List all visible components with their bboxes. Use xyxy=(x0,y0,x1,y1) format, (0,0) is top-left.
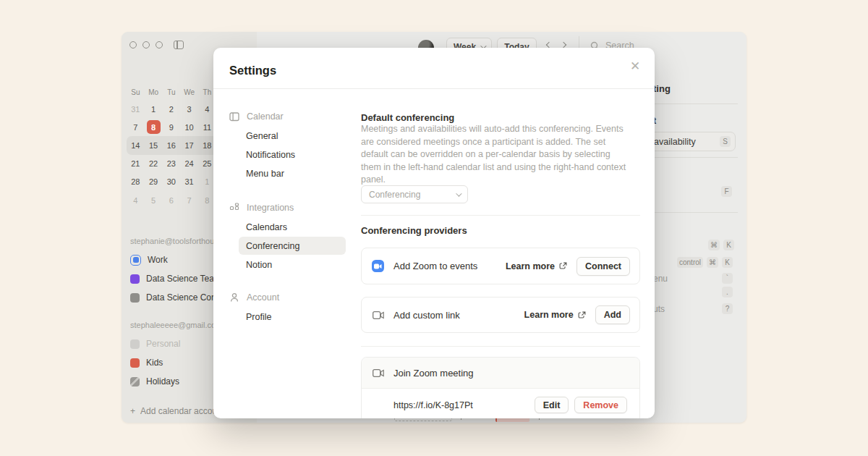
edit-button[interactable]: Edit xyxy=(535,397,569,413)
calendar-name: Data Science Core xyxy=(146,292,219,303)
mini-calendar-day[interactable]: 9 xyxy=(163,118,181,136)
calendar-name: Personal xyxy=(146,339,180,349)
external-link-icon xyxy=(559,262,567,270)
mini-calendar-day[interactable]: 10 xyxy=(180,118,198,136)
chevron-right-icon xyxy=(561,42,566,48)
settings-title: Settings xyxy=(229,64,276,77)
calendar-list-item[interactable]: Personal xyxy=(130,337,180,350)
nav-item-calendars[interactable]: Calendars xyxy=(246,222,287,232)
mini-calendar-day[interactable]: 15 xyxy=(145,136,163,154)
integrations-icon xyxy=(229,203,239,213)
mini-calendar-day[interactable]: 6 xyxy=(163,191,181,209)
mini-calendar-day[interactable]: 4 xyxy=(127,191,145,209)
mini-calendar-day[interactable]: 2 xyxy=(163,100,181,118)
custom-learn-more-link[interactable]: Learn more xyxy=(524,310,586,320)
nav-item-notifications[interactable]: Notifications xyxy=(246,150,295,160)
window-control-minimize-icon[interactable] xyxy=(142,41,150,48)
video-camera-icon xyxy=(372,309,384,321)
shortcut-row: . xyxy=(722,287,733,297)
mini-calendar-day[interactable]: 22 xyxy=(145,155,163,173)
window-control-close-icon[interactable] xyxy=(129,41,137,48)
calendar-name: Kids xyxy=(146,358,163,368)
video-camera-icon xyxy=(372,367,384,379)
default-conferencing-description: Meetings and availabilities will auto-ad… xyxy=(361,123,631,187)
mini-calendar-today[interactable]: 8 xyxy=(145,118,163,136)
mini-calendar-day[interactable]: 24 xyxy=(180,155,198,173)
mini-calendar-day[interactable]: 7 xyxy=(127,118,145,136)
calendar-color-swatch xyxy=(130,358,140,368)
settings-modal: Settings ✕ Calendar General Notification… xyxy=(213,48,655,418)
default-conferencing-heading: Default conferencing xyxy=(361,112,454,123)
chevron-left-icon xyxy=(546,42,552,48)
plus-icon: + xyxy=(130,406,135,416)
shortcut-row: control ⌘ K xyxy=(677,257,733,268)
shortcut-row: enu ` xyxy=(653,273,733,284)
calendar-list-item[interactable]: Kids xyxy=(130,356,163,369)
mini-calendar-day[interactable]: 28 xyxy=(127,173,145,191)
mini-calendar-day[interactable]: 31 xyxy=(180,173,198,191)
calendar-list-item[interactable]: Data Science Team xyxy=(130,272,221,285)
add-button[interactable]: Add xyxy=(595,305,630,324)
account-icon xyxy=(229,292,239,303)
mini-calendar-day[interactable]: 14 xyxy=(127,136,145,154)
keycap-s: S xyxy=(720,136,731,147)
connect-button[interactable]: Connect xyxy=(576,257,630,276)
mini-calendar-day[interactable]: 23 xyxy=(163,155,181,173)
window-controls[interactable] xyxy=(129,41,184,49)
joined-zoom-card: Join Zoom meeting https://f.io/K-8g17Pt … xyxy=(361,357,640,418)
zoom-icon xyxy=(372,260,384,272)
settings-modal-header: Settings ✕ xyxy=(213,48,655,89)
nav-item-general[interactable]: General xyxy=(246,131,278,141)
mini-calendar-day[interactable]: 1 xyxy=(145,100,163,118)
calendar-list-item[interactable]: Holidays xyxy=(130,375,179,388)
custom-card-label: Add custom link xyxy=(393,310,515,321)
shortcut-row: uts ? xyxy=(653,303,733,314)
calendar-name: Data Science Team xyxy=(146,274,221,284)
nav-section-account: Account xyxy=(229,292,279,303)
mini-calendar-day[interactable]: 21 xyxy=(127,155,145,173)
mini-calendar-day[interactable]: 30 xyxy=(163,173,181,191)
shortcut-row: F xyxy=(721,186,732,197)
calendar-list-item[interactable]: Work xyxy=(130,253,168,266)
calendar-name: Holidays xyxy=(146,376,179,387)
mini-calendar-day[interactable]: 5 xyxy=(145,191,163,209)
mini-calendar-day[interactable]: 29 xyxy=(145,173,163,191)
weekday-label: Su xyxy=(127,84,145,100)
close-icon[interactable]: ✕ xyxy=(627,58,643,74)
zoom-provider-card: Add Zoom to events Learn more Connect xyxy=(361,248,640,284)
weekday-label: We xyxy=(180,84,198,100)
mini-calendar-day[interactable]: 17 xyxy=(180,136,198,154)
mini-calendar-day[interactable]: 16 xyxy=(163,136,181,154)
nav-item-notion[interactable]: Notion xyxy=(246,260,272,270)
calendar-color-swatch xyxy=(130,274,140,284)
weekday-label: Mo xyxy=(145,84,163,100)
today-highlight: 8 xyxy=(147,120,161,134)
sidebar-toggle-icon[interactable] xyxy=(174,41,184,49)
nav-section-calendar: Calendar xyxy=(229,111,284,122)
calendar-color-swatch xyxy=(130,293,140,303)
joined-card-label: Join Zoom meeting xyxy=(393,368,629,379)
nav-item-conferencing[interactable]: Conferencing xyxy=(246,241,299,251)
calendar-color-swatch xyxy=(130,255,141,266)
calendar-icon xyxy=(229,111,239,122)
mini-calendar-day[interactable]: 31 xyxy=(127,100,145,118)
window-control-zoom-icon[interactable] xyxy=(156,41,163,48)
nav-item-profile[interactable]: Profile xyxy=(246,312,271,322)
zoom-learn-more-link[interactable]: Learn more xyxy=(506,261,567,271)
nav-item-menu-bar[interactable]: Menu bar xyxy=(246,169,284,179)
divider xyxy=(361,346,640,347)
external-link-icon xyxy=(578,311,586,319)
custom-link-provider-card: Add custom link Learn more Add xyxy=(361,297,640,333)
zoom-card-label: Add Zoom to events xyxy=(393,261,496,271)
chevron-down-icon xyxy=(456,190,461,196)
conferencing-dropdown[interactable]: Conferencing xyxy=(361,185,468,203)
calendar-list-item[interactable]: Data Science Core xyxy=(130,291,219,304)
conferencing-providers-heading: Conferencing providers xyxy=(361,225,467,236)
remove-button[interactable]: Remove xyxy=(574,397,627,413)
add-calendar-account-button[interactable]: + Add calendar account xyxy=(130,406,224,416)
mini-calendar-day[interactable]: 7 xyxy=(180,191,198,209)
meeting-url: https://f.io/K-8g17Pt xyxy=(393,400,529,410)
divider xyxy=(361,215,640,216)
shortcut-row: ⌘ K xyxy=(708,240,734,250)
mini-calendar-day[interactable]: 3 xyxy=(180,100,198,118)
